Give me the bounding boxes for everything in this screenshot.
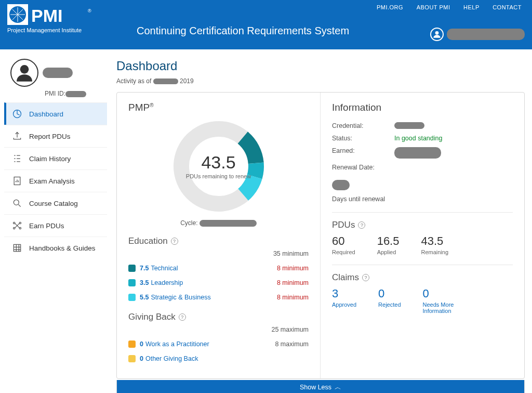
days-until-renewal: Days until renewal (332, 195, 513, 203)
main-content: Dashboard Activity as of 2019 PMP® (107, 59, 525, 393)
info-renewal-label: Renewal Date: (332, 164, 394, 171)
stat-label: Rejected (378, 302, 401, 308)
category-row[interactable]: 0 Work as a Practitioner8 maximum (128, 337, 309, 351)
category-min: 8 maximum (275, 340, 309, 348)
user-name-redacted (447, 29, 525, 40)
svg-point-5 (20, 65, 29, 74)
profile-block (4, 59, 107, 87)
stat-block[interactable]: 0Rejected (378, 287, 401, 314)
category-name: Technical (151, 265, 178, 272)
svg-point-9 (14, 222, 15, 224)
category-value: 0 (140, 340, 143, 348)
info-credential-label: Credential: (332, 122, 394, 129)
giving-back-heading: Giving Back? (128, 312, 309, 322)
svg-point-12 (19, 227, 21, 229)
stat-block[interactable]: 60Required (332, 234, 355, 255)
svg-text:PMI: PMI (31, 6, 62, 25)
donut-value: 43.5 (201, 152, 235, 173)
education-overall-min: 35 minimum (273, 250, 309, 257)
search-icon (11, 198, 23, 209)
category-min: 8 minimum (277, 294, 309, 301)
top-nav: PMI.ORG ABOUT PMI HELP CONTACT (365, 4, 522, 10)
activity-as-of: Activity as of 2019 (116, 77, 525, 85)
pdu-stats: 60Required16.5Applied43.5Remaining (332, 234, 513, 255)
stat-number: 43.5 (421, 234, 448, 248)
help-icon[interactable]: ? (171, 238, 178, 245)
sidebar-item-label: Report PDUs (29, 133, 71, 140)
category-name: Work as a Practitioner (145, 340, 209, 348)
chevron-up-icon: ︿ (335, 383, 341, 392)
education-heading: Education? (128, 236, 309, 246)
giving-overall-max: 25 maximum (271, 326, 309, 333)
info-status-label: Status: (332, 135, 394, 142)
pdus-heading: PDUs? (332, 220, 513, 230)
sidebar-item-handbooks[interactable]: Handbooks & Guides (4, 237, 107, 259)
stat-block[interactable]: 0Needs More Information (423, 287, 470, 314)
nav-about[interactable]: ABOUT PMI (417, 4, 450, 10)
category-name: Other Giving Back (145, 355, 198, 362)
color-chip-icon (128, 340, 136, 348)
category-name: Leadership (151, 279, 183, 286)
upload-icon (11, 130, 23, 142)
document-chart-icon (11, 175, 23, 187)
sidebar-item-label: Handbooks & Guides (29, 244, 96, 252)
stat-label: Applied (377, 249, 400, 255)
sidebar-item-label: Course Catalog (29, 200, 78, 207)
svg-text:®: ® (88, 8, 91, 14)
stat-number: 60 (332, 234, 355, 248)
claim-stats: 3Approved0Rejected0Needs More Informatio… (332, 287, 513, 314)
pdu-donut-chart: 43.5 PDUs remaining to renew (172, 120, 265, 213)
help-icon[interactable]: ? (358, 221, 365, 229)
category-value: 0 (140, 355, 143, 362)
help-icon[interactable]: ? (179, 313, 186, 321)
category-name: Strategic & Business (151, 294, 210, 301)
svg-rect-13 (14, 244, 20, 251)
stat-number: 16.5 (377, 234, 400, 248)
svg-point-8 (14, 200, 19, 205)
show-less-button[interactable]: Show Less︿ (116, 380, 525, 393)
dashboard-card: PMP® 43.5 PDUs remaining to renew (116, 92, 525, 379)
user-menu[interactable] (430, 28, 525, 41)
info-status-value: In good standing (394, 135, 442, 142)
sidebar-item-label: Claim History (29, 155, 71, 163)
category-value: 3.5 (140, 279, 149, 286)
sidebar-item-earn-pdus[interactable]: Earn PDUs (4, 214, 107, 237)
sidebar-item-claim-history[interactable]: Claim History (4, 147, 107, 169)
sidebar-item-dashboard[interactable]: Dashboard (4, 102, 107, 125)
color-chip-icon (128, 279, 136, 286)
stat-label: Required (332, 249, 355, 255)
stat-block[interactable]: 16.5Applied (377, 234, 400, 255)
logo-subtitle: Project Management Institute (7, 27, 82, 33)
category-min: 8 minimum (277, 279, 309, 286)
category-row[interactable]: 0 Other Giving Back (128, 351, 309, 366)
category-row[interactable]: 7.5 Technical8 minimum (128, 261, 309, 276)
claims-heading: Claims? (332, 272, 513, 283)
sidebar-item-label: Earn PDUs (29, 222, 64, 230)
stat-label: Needs More Information (423, 302, 470, 314)
stat-block[interactable]: 3Approved (332, 287, 356, 314)
nav-contact[interactable]: CONTACT (493, 4, 522, 10)
grid-icon (11, 242, 23, 254)
stat-label: Approved (332, 302, 356, 308)
color-chip-icon (128, 265, 136, 272)
category-row[interactable]: 5.5 Strategic & Business8 minimum (128, 290, 309, 305)
pmi-logo[interactable]: PMI ® Project Management Institute (7, 4, 91, 36)
category-row[interactable]: 3.5 Leadership8 minimum (128, 276, 309, 290)
stat-block[interactable]: 43.5Remaining (421, 234, 448, 255)
category-value: 5.5 (140, 294, 149, 301)
sidebar-item-exam-analysis[interactable]: Exam Analysis (4, 169, 107, 192)
information-heading: Information (332, 102, 513, 113)
svg-point-4 (435, 31, 439, 35)
svg-point-10 (19, 222, 21, 224)
help-icon[interactable]: ? (362, 274, 369, 281)
sidebar: PMI ID: Dashboard Report PDUs Claim Hist… (4, 59, 107, 393)
nav-pmiorg[interactable]: PMI.ORG (377, 4, 403, 10)
donut-label: PDUs remaining to renew (186, 173, 251, 180)
pmi-id-row: PMI ID: (4, 90, 107, 97)
sidebar-item-course-catalog[interactable]: Course Catalog (4, 192, 107, 214)
profile-name-redacted (43, 68, 73, 78)
sidebar-item-report-pdus[interactable]: Report PDUs (4, 125, 107, 147)
color-chip-icon (128, 355, 136, 362)
user-avatar-icon (430, 28, 444, 41)
nav-help[interactable]: HELP (463, 4, 480, 10)
